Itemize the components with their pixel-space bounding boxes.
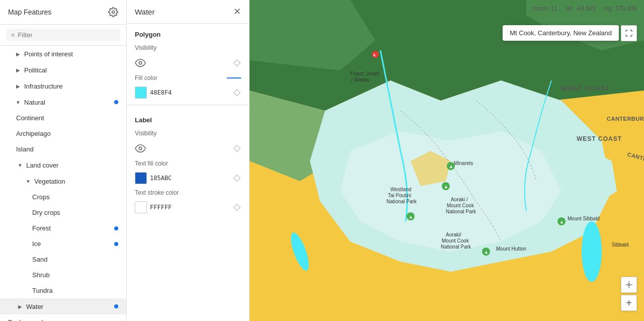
- map-container[interactable]: WEST COAST WEST COAST CANTERBURY CANTERB…: [250, 0, 644, 321]
- fill-color-label-row: Fill color: [127, 71, 249, 85]
- diamond-icon[interactable]: [233, 144, 241, 152]
- label-visibility-controls-row: [127, 140, 249, 157]
- svg-marker-3: [234, 90, 240, 96]
- diamond-icon[interactable]: [233, 59, 241, 67]
- svg-text:6: 6: [373, 53, 376, 57]
- close-icon[interactable]: ✕: [233, 7, 241, 16]
- sidebar-item-sand[interactable]: Sand: [0, 252, 126, 267]
- zoom-value: 11: [551, 5, 557, 12]
- svg-text:Westland: Westland: [390, 187, 412, 192]
- diamond-icon[interactable]: [233, 203, 241, 211]
- panel-divider: [127, 105, 249, 105]
- sidebar-item-infrastructure[interactable]: ▶ Infrastructure: [0, 78, 126, 94]
- svg-text:Aoraki/: Aoraki/: [446, 232, 461, 237]
- sidebar-item-political[interactable]: ▶ Political: [0, 62, 126, 78]
- text-fill-color-swatch-wrap[interactable]: 185ABC: [135, 172, 233, 184]
- sidebar-item-label: Archipelago: [16, 130, 118, 137]
- svg-point-0: [112, 11, 115, 14]
- sidebar-item-ice[interactable]: Ice: [0, 236, 126, 252]
- sidebar-item-label: Continent: [16, 114, 118, 122]
- fill-color-row: 48E8F4: [127, 85, 249, 101]
- text-stroke-color-value: FFFFFF: [150, 204, 172, 211]
- location-tooltip-text: Mt Cook, Canterbury, New Zealand: [510, 29, 612, 37]
- blue-dot-indicator: [114, 242, 118, 246]
- sidebar-item-label: Ice: [32, 240, 114, 248]
- lng-label: lng: 170.306: [604, 5, 637, 12]
- sidebar-item-label: Land cover: [26, 162, 118, 169]
- svg-text:National Park: National Park: [441, 244, 471, 250]
- zoom-label: zoom: 11: [533, 5, 557, 12]
- lat-value: -43.503: [575, 5, 596, 12]
- fullscreen-icon: [625, 29, 633, 37]
- sidebar-item-natural[interactable]: ▼ Natural: [0, 94, 126, 110]
- panel-title: Water: [135, 8, 154, 16]
- fill-color-label: Fill color: [135, 74, 157, 82]
- sidebar-item-vegetation[interactable]: ▼ Vegetation: [0, 173, 126, 189]
- svg-text:/ Waiau: / Waiau: [351, 76, 370, 83]
- svg-text:▲: ▲: [484, 250, 489, 255]
- gear-icon[interactable]: [108, 7, 118, 17]
- text-stroke-color-swatch-wrap[interactable]: FFFFFF: [135, 201, 233, 213]
- sidebar-item-forest[interactable]: Forest: [0, 220, 126, 236]
- map-controls: +: [621, 277, 637, 311]
- eye-icon[interactable]: [135, 57, 146, 68]
- chevron-right-icon: ▶: [16, 302, 24, 310]
- svg-point-17: [582, 221, 602, 282]
- svg-point-4: [139, 147, 142, 150]
- eye-icon[interactable]: [135, 143, 146, 154]
- svg-text:CANTERBURY: CANTERBURY: [607, 116, 644, 122]
- sidebar-item-label: Points of interest: [24, 50, 118, 58]
- fill-color-swatch-wrap[interactable]: 48E8F4: [135, 87, 233, 99]
- lat-label: lat: -43.503: [566, 5, 596, 12]
- sidebar-item-label: Natural: [24, 99, 114, 106]
- text-stroke-color-swatch: [135, 201, 147, 213]
- fullscreen-button[interactable]: [621, 25, 637, 41]
- svg-text:▲: ▲: [409, 214, 413, 219]
- svg-text:National Park: National Park: [446, 209, 476, 214]
- sidebar-item-shrub[interactable]: Shrub: [0, 267, 126, 283]
- svg-text:Sibbald: Sibbald: [612, 242, 628, 248]
- blue-line-indicator: [227, 77, 241, 78]
- chevron-down-icon: ▼: [24, 177, 32, 185]
- text-fill-color-label-row: Text fill color: [127, 157, 249, 170]
- diamond-icon[interactable]: [233, 174, 241, 182]
- filter-input[interactable]: [18, 31, 115, 39]
- chevron-right-icon: ▶: [14, 50, 22, 58]
- location-button[interactable]: [621, 277, 637, 293]
- text-fill-color-swatch: [135, 172, 147, 184]
- sidebar-item-tundra[interactable]: Tundra: [0, 283, 126, 298]
- label-section-title: Label: [127, 109, 249, 127]
- sidebar-item-dry-crops[interactable]: Dry crops: [0, 205, 126, 220]
- svg-text:National Park: National Park: [386, 199, 417, 204]
- visibility-row: Visibility: [127, 41, 249, 54]
- label-visibility-label: Visibility: [135, 130, 156, 137]
- zoom-in-button[interactable]: +: [621, 295, 637, 311]
- sidebar-item-continent[interactable]: Continent: [0, 110, 126, 126]
- sidebar-item-background[interactable]: Background: [0, 314, 126, 321]
- sidebar-item-water[interactable]: ▶ Water: [0, 298, 126, 314]
- sidebar-item-island[interactable]: Island: [0, 141, 126, 157]
- svg-text:▲: ▲: [449, 164, 453, 169]
- sidebar-item-label: Water: [26, 303, 114, 310]
- sidebar-item-land-cover[interactable]: ▼ Land cover: [0, 157, 126, 173]
- svg-text:Mount Cook: Mount Cook: [447, 203, 474, 208]
- sidebar-item-label: Shrub: [32, 271, 118, 279]
- text-fill-color-row: 185ABC: [127, 170, 249, 186]
- svg-marker-5: [234, 145, 240, 152]
- text-fill-color-label: Text fill color: [135, 160, 168, 167]
- sidebar-item-crops[interactable]: Crops: [0, 189, 126, 205]
- blue-dot-indicator: [114, 100, 118, 104]
- blue-dot-indicator: [114, 304, 118, 308]
- panel-header: Water ✕: [127, 0, 249, 24]
- diamond-icon[interactable]: [233, 89, 241, 97]
- sidebar-item-label: Political: [24, 66, 118, 74]
- sidebar-item-archipelago[interactable]: Archipelago: [0, 126, 126, 141]
- blue-dot-indicator: [114, 226, 118, 230]
- svg-text:Tai Poutini: Tai Poutini: [388, 193, 411, 198]
- svg-text:WEST COAST: WEST COAST: [577, 135, 622, 142]
- text-stroke-color-label: Text stroke color: [135, 189, 179, 196]
- location-tooltip: Mt Cook, Canterbury, New Zealand: [503, 25, 619, 41]
- svg-point-1: [139, 61, 142, 64]
- sidebar-item-points-of-interest[interactable]: ▶ Points of interest: [0, 46, 126, 62]
- filter-icon: ≡: [11, 31, 15, 39]
